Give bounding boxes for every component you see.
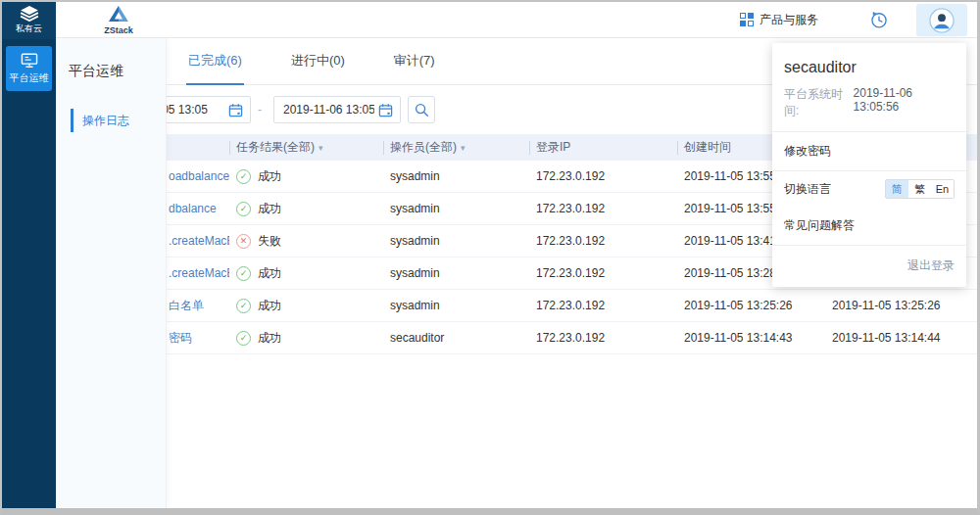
system-time-value: 2019-11-06 13:05:56 [854, 86, 955, 119]
table-row: 密码 ✓ 成功 secauditor 172.23.0.192 2019-11-… [167, 322, 977, 354]
search-button[interactable] [408, 96, 435, 123]
top-header: ZStack 产品与服务 [56, 2, 977, 38]
history-clock-icon [869, 10, 889, 29]
grid-icon [740, 13, 754, 26]
logout-button[interactable]: 退出登录 [772, 246, 966, 287]
created-time-cell: 2019-11-05 13:14:43 [677, 331, 825, 345]
lang-english[interactable]: En [931, 180, 954, 198]
task-name-link[interactable]: .createMacB… [169, 234, 229, 248]
operator-cell: sysadmin [383, 266, 529, 280]
system-time-row: 平台系统时间: 2019-11-06 13:05:56 [772, 84, 966, 131]
products-services-button[interactable]: 产品与服务 [740, 12, 818, 28]
tab-in-progress[interactable]: 进行中(0) [289, 52, 347, 84]
finished-time-cell: 2019-11-05 13:25:26 [825, 299, 977, 312]
avatar-icon [929, 8, 955, 33]
username: secauditor [772, 53, 966, 84]
task-name-link[interactable]: dbalance [169, 202, 217, 215]
operator-cell: secauditor [383, 331, 529, 345]
success-icon: ✓ [236, 331, 251, 346]
nav-platform-ops-label: 平台运维 [10, 71, 49, 85]
lang-traditional[interactable]: 繁 [908, 180, 931, 198]
sidebar-title: 平台运维 [56, 38, 166, 80]
login-ip-cell: 172.23.0.192 [529, 234, 677, 248]
task-name-link[interactable]: .createMacB… [169, 266, 229, 280]
sidebar-item-operation-log[interactable]: 操作日志 [56, 108, 166, 133]
task-name-link[interactable]: oadbalance [169, 169, 229, 183]
status-text: 成功 [258, 330, 281, 347]
status-text: 成功 [258, 168, 281, 185]
system-time-label: 平台系统时间: [784, 86, 854, 119]
app-window: 私有云 平台运维 ZStack [0, 0, 980, 515]
tab-audit[interactable]: 审计(7) [392, 52, 437, 84]
zstack-logo[interactable]: ZStack [97, 5, 140, 35]
sort-caret-icon: ▾ [318, 143, 323, 153]
active-indicator [71, 109, 74, 132]
col-task-result[interactable]: 任务结果(全部)▾ [229, 139, 383, 156]
created-time-cell: 2019-11-05 13:25:26 [677, 299, 825, 312]
success-icon: ✓ [236, 299, 251, 313]
monitor-icon [21, 53, 38, 69]
status-text: 成功 [258, 265, 281, 282]
cloud-logo[interactable]: 私有云 [2, 2, 56, 39]
success-icon: ✓ [236, 169, 251, 184]
calendar-icon[interactable] [228, 103, 243, 117]
status-text: 成功 [258, 298, 281, 314]
zstack-logo-text: ZStack [97, 25, 140, 35]
nav-platform-ops[interactable]: 平台运维 [6, 46, 52, 91]
switch-language-label: 切换语言 [784, 181, 831, 198]
status-text: 成功 [258, 201, 281, 217]
zstack-logo-icon [108, 5, 129, 23]
operator-cell: sysadmin [383, 202, 529, 215]
secondary-sidebar: 平台运维 操作日志 [56, 38, 167, 508]
calendar-icon[interactable] [378, 103, 393, 117]
faq-item[interactable]: 常见问题解答 [772, 207, 966, 245]
user-dropdown-panel: secauditor 平台系统时间: 2019-11-06 13:05:56 修… [772, 43, 966, 287]
operator-cell: sysadmin [383, 169, 529, 183]
success-icon: ✓ [236, 202, 251, 216]
success-icon: ✓ [236, 266, 251, 281]
operator-cell: sysadmin [383, 234, 529, 248]
status-text: 失败 [258, 233, 281, 250]
end-date-field[interactable] [273, 96, 401, 123]
login-ip-cell: 172.23.0.192 [529, 266, 677, 280]
task-name-link[interactable]: 白名单 [169, 299, 204, 312]
login-ip-cell: 172.23.0.192 [529, 202, 677, 215]
tab-completed[interactable]: 已完成(6) [186, 52, 244, 84]
finished-time-cell: 2019-11-05 13:14:44 [825, 331, 977, 345]
login-ip-cell: 172.23.0.192 [529, 169, 677, 183]
sort-caret-icon: ▾ [461, 143, 466, 153]
fail-icon: ✕ [236, 234, 251, 249]
history-button[interactable] [869, 10, 889, 29]
task-name-link[interactable]: 密码 [169, 331, 192, 345]
language-row: 切换语言 简 繁 En [772, 171, 966, 207]
language-switcher: 简 繁 En [885, 179, 955, 199]
login-ip-cell: 172.23.0.192 [529, 331, 677, 345]
primary-sidebar: 私有云 平台运维 [2, 2, 56, 508]
operator-cell: sysadmin [383, 299, 529, 312]
login-ip-cell: 172.23.0.192 [529, 299, 677, 312]
sidebar-item-label: 操作日志 [82, 113, 129, 129]
search-icon [415, 103, 429, 117]
user-avatar-button[interactable] [916, 4, 967, 36]
col-operator[interactable]: 操作员(全部)▾ [383, 139, 529, 156]
products-services-label: 产品与服务 [760, 12, 818, 28]
change-password-item[interactable]: 修改密码 [772, 132, 966, 170]
cloud-label: 私有云 [16, 23, 42, 35]
lang-simplified[interactable]: 简 [886, 180, 908, 198]
col-login-ip: 登录IP [529, 139, 677, 156]
date-range-separator: - [258, 96, 262, 123]
layers-icon [19, 6, 40, 22]
table-row: 白名单 ✓ 成功 sysadmin 172.23.0.192 2019-11-0… [167, 290, 977, 322]
